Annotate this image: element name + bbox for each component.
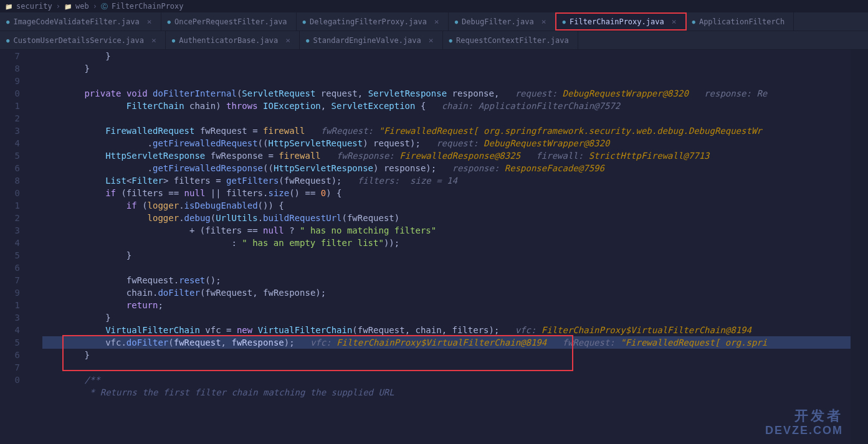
close-icon[interactable]: × xyxy=(429,35,434,45)
tab-debugfilter-java[interactable]: DebugFilter.java× xyxy=(449,12,556,31)
line-number: 1 xyxy=(0,100,20,112)
line-number: 3 xyxy=(0,311,20,324)
tab-label: AuthenticatorBase.java xyxy=(179,36,278,45)
code-line[interactable] xyxy=(42,361,851,374)
code-line[interactable]: chain.doFilter(fwRequest, fwResponse); xyxy=(42,286,851,299)
fold-gutter xyxy=(25,50,42,444)
tab-applicationfilterch[interactable]: ApplicationFilterCh xyxy=(686,12,794,31)
line-number: 8 xyxy=(0,174,20,187)
code-line[interactable]: fwRequest.reset(); xyxy=(42,274,851,286)
java-icon xyxy=(692,19,695,25)
line-number: 4 xyxy=(0,324,20,336)
code-line[interactable]: VirtualFilterChain vfc = new VirtualFilt… xyxy=(42,324,851,336)
line-number: 3 xyxy=(0,224,20,237)
tab-label: ApplicationFilterCh xyxy=(699,17,785,26)
java-icon xyxy=(455,19,458,25)
code-line[interactable]: vfc.doFilter(fwRequest, fwResponse); vfc… xyxy=(42,336,851,349)
tab-label: DelegatingFilterProxy.java xyxy=(310,17,427,26)
close-icon[interactable]: × xyxy=(151,35,156,45)
line-number: 2 xyxy=(0,212,20,224)
editor: 789012345680123456791345670 } } private … xyxy=(0,50,868,444)
java-icon xyxy=(6,19,9,25)
code-line[interactable]: logger.debug(UrlUtils.buildRequestUrl(fw… xyxy=(42,212,851,224)
close-icon[interactable]: × xyxy=(672,17,677,26)
tab-onceperrequestfilter-java[interactable]: OncePerRequestFilter.java xyxy=(161,12,297,31)
line-number: 0 xyxy=(0,374,20,386)
java-icon xyxy=(303,19,306,25)
code-line[interactable]: return; xyxy=(42,299,851,311)
code-area[interactable]: } } private void doFilterInternal(Servle… xyxy=(42,50,851,444)
code-line[interactable]: .getFirewalledRequest((HttpServletReques… xyxy=(42,137,851,149)
java-icon xyxy=(449,37,452,44)
code-line[interactable]: * Returns the first filter chain matchin… xyxy=(42,386,851,399)
tab-authenticatorbase-java[interactable]: AuthenticatorBase.java× xyxy=(166,31,300,49)
chevron-right-icon: › xyxy=(56,2,60,11)
line-number: 7 xyxy=(0,274,20,286)
breadcrumb-web[interactable]: web xyxy=(75,2,89,11)
line-number: 0 xyxy=(0,87,20,100)
line-number: 6 xyxy=(0,349,20,361)
tab-standardenginevalve-java[interactable]: StandardEngineValve.java× xyxy=(300,31,443,49)
line-number: 6 xyxy=(0,262,20,274)
code-line[interactable]: + (filters == null ? " has no matching f… xyxy=(42,224,851,237)
tab-label: CustomUserDetailsService.java xyxy=(13,36,144,45)
code-line[interactable] xyxy=(42,112,851,125)
line-number: 2 xyxy=(0,112,20,125)
chevron-right-icon: › xyxy=(93,2,97,11)
tab-row-1: ImageCodeValidateFilter.java×OncePerRequ… xyxy=(0,12,868,31)
tab-label: DebugFilter.java xyxy=(462,17,534,26)
tab-label: OncePerRequestFilter.java xyxy=(174,17,287,26)
code-line[interactable]: private void doFilterInternal(ServletReq… xyxy=(42,87,851,100)
code-line[interactable]: } xyxy=(42,249,851,262)
tab-customuserdetailsservice-java[interactable]: CustomUserDetailsService.java× xyxy=(0,31,166,49)
line-number: 5 xyxy=(0,249,20,262)
java-icon xyxy=(563,19,566,25)
code-line[interactable]: } xyxy=(42,349,851,361)
close-icon[interactable]: × xyxy=(285,35,290,45)
folder-icon xyxy=(64,2,72,11)
tab-label: FilterChainProxy.java xyxy=(570,17,664,26)
minimap[interactable] xyxy=(851,50,868,444)
line-number: 9 xyxy=(0,286,20,299)
java-icon xyxy=(306,37,309,44)
code-line[interactable] xyxy=(42,75,851,87)
line-number-gutter: 789012345680123456791345670 xyxy=(0,50,25,444)
code-line[interactable]: HttpServletResponse fwResponse = firewal… xyxy=(42,149,851,162)
line-number: 6 xyxy=(0,162,20,174)
code-line[interactable]: if (filters == null || filters.size() ==… xyxy=(42,187,851,199)
breadcrumb-security[interactable]: security xyxy=(16,2,52,11)
java-icon xyxy=(172,37,175,44)
tab-row-2: CustomUserDetailsService.java×Authentica… xyxy=(0,31,868,50)
close-icon[interactable]: × xyxy=(434,17,439,26)
line-number: 1 xyxy=(0,199,20,212)
breadcrumb-class[interactable]: FilterChainProxy xyxy=(112,2,184,11)
code-line[interactable]: FirewalledRequest fwRequest = firewall f… xyxy=(42,125,851,137)
close-icon[interactable]: × xyxy=(541,17,546,26)
code-line[interactable] xyxy=(42,262,851,274)
line-number: 8 xyxy=(0,62,20,75)
code-line[interactable]: .getFirewalledResponse((HttpServletRespo… xyxy=(42,162,851,174)
tab-label: ImageCodeValidateFilter.java xyxy=(13,17,139,26)
line-number: 4 xyxy=(0,237,20,249)
code-line[interactable]: } xyxy=(42,311,851,324)
line-number: 5 xyxy=(0,336,20,349)
line-number: 9 xyxy=(0,75,20,87)
breadcrumb: security › web › FilterChainProxy xyxy=(0,0,868,12)
tab-label: RequestContextFilter.java xyxy=(456,36,569,45)
line-number: 1 xyxy=(0,299,20,311)
line-number: 0 xyxy=(0,187,20,199)
java-icon xyxy=(168,19,171,25)
tab-imagecodevalidatefilter-java[interactable]: ImageCodeValidateFilter.java× xyxy=(0,12,161,31)
tab-requestcontextfilter-java[interactable]: RequestContextFilter.java xyxy=(443,31,578,49)
code-line[interactable]: : " has an empty filter list")); xyxy=(42,237,851,249)
tab-filterchainproxy-java[interactable]: FilterChainProxy.java× xyxy=(555,12,687,31)
close-icon[interactable]: × xyxy=(147,17,152,26)
code-line[interactable]: } xyxy=(42,62,851,75)
code-line[interactable]: } xyxy=(42,50,851,62)
code-line[interactable]: if (logger.isDebugEnabled()) { xyxy=(42,199,851,212)
tab-delegatingfilterproxy-java[interactable]: DelegatingFilterProxy.java× xyxy=(297,12,449,31)
code-line[interactable]: List<Filter> filters = getFilters(fwRequ… xyxy=(42,174,851,187)
java-icon xyxy=(6,37,9,44)
code-line[interactable]: /** xyxy=(42,374,851,386)
code-line[interactable]: FilterChain chain) throws IOException, S… xyxy=(42,100,851,112)
